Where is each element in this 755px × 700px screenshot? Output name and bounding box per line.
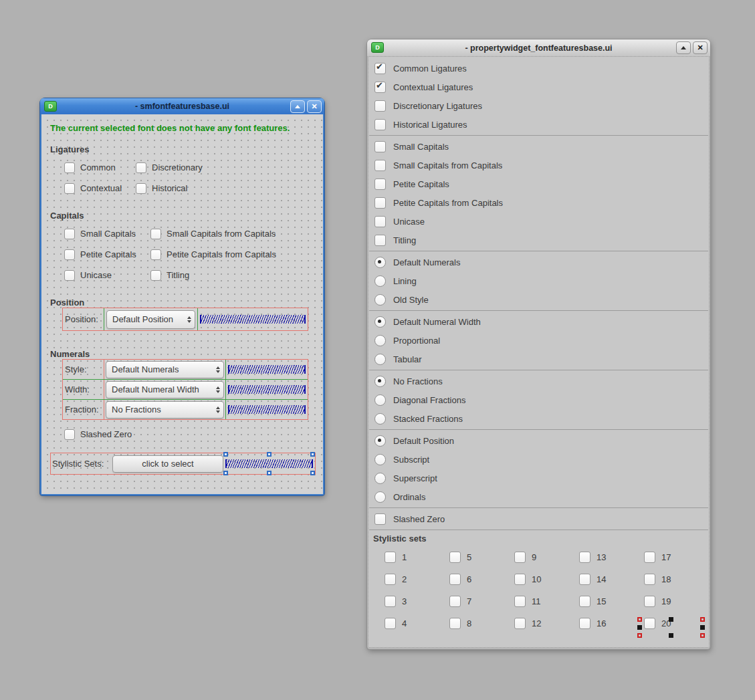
checkbox-set-19[interactable]: 19: [644, 596, 709, 607]
radio-default-position[interactable]: Default Position: [368, 431, 709, 450]
checkbox-box: [374, 235, 386, 246]
selection-handle[interactable]: [310, 471, 315, 475]
checkbox-petite-capitals[interactable]: Petite Capitals: [368, 174, 709, 193]
separator: [369, 370, 708, 370]
shade-button[interactable]: [290, 100, 305, 113]
close-button[interactable]: ✕: [307, 100, 322, 113]
position-combobox[interactable]: Default Position: [106, 310, 195, 329]
titlebar[interactable]: D - propertywidget_fontfeaturesbase.ui ✕: [367, 39, 710, 56]
designer-form: Common Ligatures Contextual Ligatures Di…: [368, 56, 710, 648]
selection-handle[interactable]: [637, 617, 642, 622]
width-combobox[interactable]: Default Numeral Width: [106, 381, 224, 398]
horizontal-spacer-selected[interactable]: [225, 459, 313, 468]
checkbox-set-13[interactable]: 13: [579, 552, 644, 563]
checkbox-small-capitals[interactable]: Small Capitals: [64, 229, 150, 239]
checkbox-set-14[interactable]: 14: [579, 574, 644, 585]
radio-default-numerals[interactable]: Default Numerals: [368, 253, 709, 271]
desktop: D - smfontfeaturesbase.ui ✕ The current …: [0, 0, 755, 700]
checkbox-set-15[interactable]: 15: [579, 596, 644, 607]
checkbox-small-capitals-from-capitals[interactable]: Small Capitals from Capitals: [150, 229, 276, 239]
radio-lining[interactable]: Lining: [368, 271, 709, 290]
checkbox-small-capitals[interactable]: Small Capitals: [368, 137, 709, 156]
checkbox-box: [64, 429, 75, 440]
checkbox-set-20[interactable]: 20: [644, 618, 709, 629]
radio-circle: [374, 491, 386, 503]
checkbox-petite-capitals-from-capitals[interactable]: Petite Capitals from Capitals: [368, 193, 709, 212]
checkbox-set-3[interactable]: 3: [385, 596, 449, 607]
radio-proportional[interactable]: Proportional: [368, 331, 709, 350]
checkbox-set-10[interactable]: 10: [514, 574, 579, 585]
selection-handle[interactable]: [700, 633, 705, 638]
checkbox-unicase[interactable]: Unicase: [64, 270, 150, 281]
checkbox-box: [374, 100, 386, 112]
checkbox-set-6[interactable]: 6: [449, 574, 514, 585]
checkbox-contextual-ligatures[interactable]: Contextual Ligatures: [368, 78, 709, 96]
selection-handle[interactable]: [223, 452, 228, 457]
selection-handle[interactable]: [637, 633, 642, 638]
checkbox-historical-ligatures[interactable]: Historical Ligatures: [368, 115, 709, 134]
checkbox-set-12[interactable]: 12: [514, 618, 579, 629]
checkbox-set-4[interactable]: 4: [385, 618, 449, 629]
horizontal-spacer[interactable]: [200, 315, 306, 324]
titlebar[interactable]: D - smfontfeaturesbase.ui ✕: [40, 98, 324, 114]
checkbox-box: [644, 552, 655, 563]
checkbox-set-11[interactable]: 11: [514, 596, 579, 607]
checkbox-common[interactable]: Common: [64, 162, 136, 173]
checkbox-slashed-zero[interactable]: Slashed Zero: [64, 429, 132, 440]
selection-handle[interactable]: [267, 471, 272, 475]
layout-guide-line: [197, 308, 198, 330]
radio-old-style[interactable]: Old Style: [368, 290, 709, 309]
selection-handle[interactable]: [669, 617, 673, 622]
close-button[interactable]: ✕: [693, 41, 708, 54]
radio-subscript[interactable]: Subscript: [368, 450, 709, 469]
checkbox-common-ligatures[interactable]: Common Ligatures: [368, 59, 709, 78]
checkbox-titling[interactable]: Titling: [368, 231, 709, 249]
radio-no-fractions[interactable]: No Fractions: [368, 372, 709, 390]
selection-handle[interactable]: [669, 633, 673, 638]
checkbox-set-1[interactable]: 1: [385, 552, 449, 563]
radio-tabular[interactable]: Tabular: [368, 350, 709, 368]
checkbox-set-5[interactable]: 5: [449, 552, 514, 563]
checkbox-discretionary[interactable]: Discretionary: [136, 162, 203, 173]
horizontal-spacer[interactable]: [228, 405, 306, 414]
checkbox-discretionary-ligatures[interactable]: Discretionary Ligatures: [368, 96, 709, 115]
selection-handle[interactable]: [310, 452, 315, 457]
checkbox-historical[interactable]: Historical: [136, 183, 187, 194]
style-combobox[interactable]: Default Numerals: [106, 361, 224, 378]
fraction-combobox[interactable]: No Fractions: [106, 401, 224, 419]
radio-circle: [374, 394, 386, 406]
checkbox-set-8[interactable]: 8: [449, 618, 514, 629]
radio-superscript[interactable]: Superscript: [368, 469, 709, 487]
checkbox-set-2[interactable]: 2: [385, 574, 449, 585]
selection-handle[interactable]: [267, 452, 272, 457]
horizontal-spacer[interactable]: [228, 385, 306, 394]
radio-circle: [374, 316, 386, 328]
checkbox-petite-capitals-from-capitals[interactable]: Petite Capitals from Capitals: [150, 249, 276, 260]
selection-handle[interactable]: [700, 617, 705, 622]
radio-stacked-fractions[interactable]: Stacked Fractions: [368, 409, 709, 428]
checkbox-small-capitals-from-capitals[interactable]: Small Capitals from Capitals: [368, 156, 709, 174]
radio-ordinals[interactable]: Ordinals: [368, 487, 709, 506]
radio-default-numeral-width[interactable]: Default Numeral Width: [368, 312, 709, 331]
checkbox-set-17[interactable]: 17: [644, 552, 709, 563]
checkbox-petite-capitals[interactable]: Petite Capitals: [64, 249, 150, 260]
checkbox-set-16[interactable]: 16: [579, 618, 644, 629]
shade-button[interactable]: [676, 41, 691, 54]
radio-diagonal-fractions[interactable]: Diagonal Fractions: [368, 390, 709, 409]
checkbox-contextual[interactable]: Contextual: [64, 183, 136, 194]
separator: [369, 310, 708, 311]
horizontal-spacer[interactable]: [228, 365, 306, 374]
checkbox-titling[interactable]: Titling: [150, 270, 189, 281]
no-features-message: The current selected font does not have …: [50, 122, 299, 134]
checkbox-set-9[interactable]: 9: [514, 552, 579, 563]
selection-handle[interactable]: [637, 625, 642, 630]
stylistic-sets-row: 1 5 9 13 17: [368, 546, 709, 568]
checkbox-box: [374, 160, 386, 171]
selection-handle[interactable]: [700, 625, 705, 630]
checkbox-slashed-zero[interactable]: Slashed Zero: [368, 509, 709, 528]
checkbox-set-7[interactable]: 7: [449, 596, 514, 607]
checkbox-unicase[interactable]: Unicase: [368, 212, 709, 231]
selection-handle[interactable]: [223, 471, 228, 475]
click-to-select-button[interactable]: click to select: [112, 455, 223, 473]
checkbox-set-18[interactable]: 18: [644, 574, 709, 585]
